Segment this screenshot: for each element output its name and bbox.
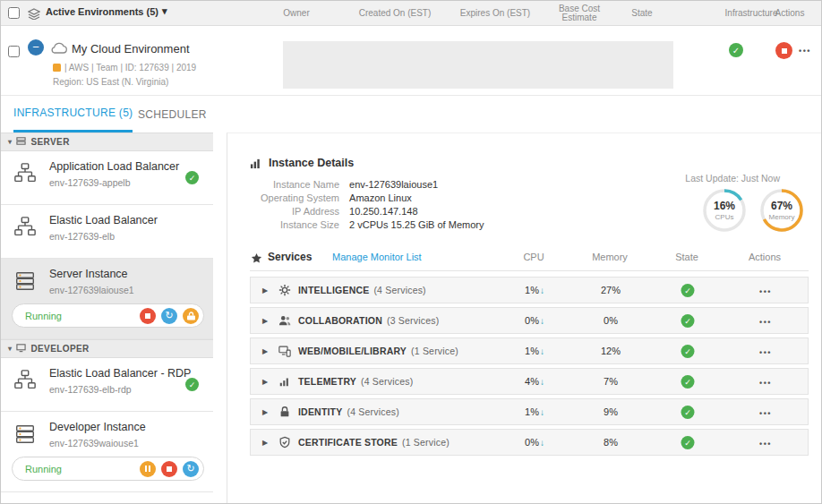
tab-infrastructure[interactable]: INFRASTRUCTURE (5) [13, 96, 133, 132]
service-actions-menu[interactable]: ••• [759, 287, 772, 296]
stop-icon [782, 48, 787, 54]
service-name: COLLABORATION(3 Services) [298, 315, 439, 326]
cpu-gauge: 16% CPUs [700, 186, 749, 235]
environment-name: My Cloud Environment [72, 42, 190, 56]
section-title-developer: DEVELOPER [30, 344, 89, 354]
column-created-on: Created On (EST) [359, 8, 432, 18]
trend-down-icon: ↓ [540, 407, 544, 417]
environment-row: − My Cloud Environment | AWS | Team | ID… [1, 26, 821, 96]
sidebar-item-elastic-load-balancer[interactable]: Elastic Load Balancer env-127639-elb [1, 205, 213, 259]
section-collapse-caret-icon: ▾ [8, 138, 12, 146]
memory-gauge-label: Memory [769, 213, 795, 221]
tab-scheduler[interactable]: SCHEDULER [138, 96, 207, 132]
service-cpu-value: 0%↓ [525, 315, 544, 326]
services-icon [251, 252, 262, 268]
column-memory: Memory [592, 252, 628, 262]
sidebar-item-application-load-balancer[interactable]: Application Load Balancer env-127639-app… [1, 151, 213, 205]
detail-operating-system: Operating System Amazon Linux [250, 192, 412, 203]
service-actions-menu[interactable]: ••• [759, 409, 772, 418]
service-name: TELEMETRY(4 Services) [298, 376, 413, 387]
service-row-telemetry[interactable]: ▶ TELEMETRY(4 Services) 4%↓ 7% ✓ ••• [250, 368, 809, 395]
sync-icon: ↻ [165, 311, 173, 320]
stop-instance-button[interactable] [161, 461, 177, 477]
environment-checkbox[interactable] [8, 46, 20, 57]
column-expires-on: Expires On (EST) [460, 8, 530, 18]
item-title: Developer Instance [49, 421, 146, 433]
environment-tabs: INFRASTRUCTURE (5) SCHEDULER [1, 96, 821, 132]
load-balancer-icon [12, 160, 39, 188]
memory-gauge-value: 67% [771, 200, 792, 212]
running-status-label: Running [25, 311, 134, 321]
services-title: Services [268, 251, 312, 263]
memory-gauge: 67% Memory [758, 186, 806, 235]
sidebar-item-developer-instance[interactable]: Developer Instance env-127639waiouse1 Ru… [1, 412, 213, 492]
environment-region: Region: US East (N. Virginia) [53, 77, 168, 87]
service-memory-value: 0% [604, 315, 618, 326]
lock-instance-button[interactable] [183, 308, 199, 324]
developer-instance-status-pill: Running ↻ [12, 457, 204, 481]
active-environments-dropdown[interactable]: Active Environments (5) ▾ [46, 5, 167, 17]
column-base-cost-estimate: Base Cost Estimate [559, 4, 600, 22]
server-instance-icon [12, 421, 39, 448]
server-instance-status-pill: Running ↻ [12, 303, 204, 328]
service-actions-menu[interactable]: ••• [759, 440, 772, 448]
environments-stack-icon [28, 7, 40, 23]
stop-icon [167, 466, 172, 472]
item-title: Server Instance [49, 268, 134, 280]
expand-row-icon[interactable]: ▶ [262, 378, 268, 386]
expand-row-icon[interactable]: ▶ [262, 317, 268, 325]
sync-instance-button[interactable]: ↻ [161, 308, 177, 324]
sidebar-section-developer[interactable]: ▾ DEVELOPER [1, 339, 213, 358]
item-title: Elastic Load Balancer - RDP [49, 367, 191, 380]
service-actions-menu[interactable]: ••• [759, 348, 772, 357]
service-name: WEB/MOBILE/LIBRARY(1 Service) [298, 346, 458, 356]
column-actions: Actions [775, 8, 805, 18]
service-row-collaboration[interactable]: ▶ COLLABORATION(3 Services) 0%↓ 0% ✓ ••• [250, 307, 809, 334]
cloud-icon [49, 41, 69, 58]
item-id: env-127639laiouse1 [49, 285, 134, 295]
environment-actions-menu[interactable]: ••• [799, 47, 811, 56]
trend-down-icon: ↓ [540, 346, 544, 356]
item-title: Application Load Balancer [49, 160, 179, 173]
stop-environment-button[interactable] [775, 42, 792, 59]
expand-row-icon[interactable]: ▶ [262, 439, 268, 447]
column-state: State [675, 252, 698, 262]
cpu-gauge-label: CPUs [715, 213, 734, 221]
service-memory-value: 9% [604, 406, 618, 417]
column-state: State [631, 8, 652, 18]
detail-ip-address: IP Address 10.250.147.148 [250, 206, 418, 217]
select-all-checkbox[interactable] [8, 7, 20, 19]
service-row-web-mobile-library[interactable]: ▶ WEB/MOBILE/LIBRARY(1 Service) 1%↓ 12% … [250, 337, 809, 364]
expand-row-icon[interactable]: ▶ [262, 286, 268, 295]
service-name: INTELLIGENCE(4 Services) [298, 285, 426, 295]
collapse-environment-button[interactable]: − [28, 39, 44, 56]
shield-icon [278, 436, 291, 452]
expand-row-icon[interactable]: ▶ [262, 347, 268, 355]
item-title: Elastic Load Balancer [49, 214, 158, 226]
sidebar-section-server[interactable]: ▾ SERVER [1, 132, 213, 151]
stop-instance-button[interactable] [140, 308, 156, 324]
service-cpu-value: 4%↓ [525, 376, 544, 387]
service-memory-value: 12% [601, 346, 621, 356]
sidebar-item-server-instance[interactable]: Server Instance env-127639laiouse1 Runni… [1, 259, 213, 339]
service-name: CERTIFICATE STORE(1 Service) [298, 437, 450, 448]
trend-down-icon: ↓ [540, 438, 544, 448]
service-cpu-value: 1%↓ [525, 346, 544, 356]
detail-instance-name: Instance Name env-127639laiouse1 [250, 179, 438, 190]
service-row-identity[interactable]: ▶ IDENTITY(4 Services) 1%↓ 9% ✓ ••• [250, 398, 809, 425]
environments-header-bar: Active Environments (5) ▾ Owner Created … [1, 1, 821, 26]
pause-instance-button[interactable] [140, 461, 156, 477]
service-row-certificate-store[interactable]: ▶ CERTIFICATE STORE(1 Service) 0%↓ 8% ✓ … [250, 429, 809, 456]
state-ok-icon: ✓ [185, 378, 199, 391]
detail-instance-size: Instance Size 2 vCPUs 15.25 GiB of Memor… [250, 219, 484, 230]
sync-instance-button[interactable]: ↻ [183, 461, 199, 477]
manage-monitor-list-link[interactable]: Manage Monitor List [332, 252, 422, 262]
devices-icon [278, 345, 291, 361]
expand-row-icon[interactable]: ▶ [262, 408, 268, 416]
load-balancer-icon [12, 214, 39, 242]
service-row-intelligence[interactable]: ▶ INTELLIGENCE(4 Services) 1%↓ 27% ✓ ••• [250, 277, 809, 303]
sidebar-item-elastic-load-balancer-rdp[interactable]: Elastic Load Balancer - RDP env-127639-e… [1, 358, 213, 412]
trend-down-icon: ↓ [540, 316, 544, 326]
service-actions-menu[interactable]: ••• [759, 318, 772, 327]
service-actions-menu[interactable]: ••• [759, 379, 772, 388]
